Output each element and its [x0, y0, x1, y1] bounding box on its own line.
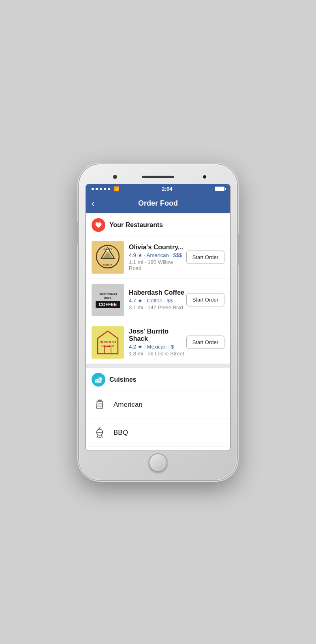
- american-icon: [92, 397, 107, 412]
- svg-text:COUNTRY: COUNTRY: [103, 264, 112, 266]
- phone-bottom: [85, 453, 231, 472]
- back-button[interactable]: ‹: [92, 198, 94, 209]
- american-label: American: [113, 401, 143, 409]
- svg-line-23: [100, 400, 101, 402]
- haberdash-address: 3.1 mi · 142 Peele Blvd.: [129, 304, 186, 310]
- cuisines-title: Cuisines: [109, 376, 137, 383]
- cuisine-icon: [92, 373, 105, 387]
- haberdash-start-order-button[interactable]: Start Order: [186, 293, 224, 306]
- svg-line-29: [101, 435, 102, 437]
- svg-text:BROS: BROS: [104, 297, 111, 299]
- battery-icon: [215, 187, 224, 191]
- burrito-address: 1.8 mi · 56 Leslie Street: [129, 351, 186, 357]
- your-restaurants-header: Your Restaurants: [86, 213, 230, 236]
- restaurant-row: BURRITO SHACK Joss' Burrito Shack 4.2 ★ …: [86, 321, 230, 364]
- svg-line-19: [98, 400, 98, 401]
- screen-content[interactable]: Your Restaurants OLIVIA'S: [86, 213, 230, 451]
- olivia-start-order-button[interactable]: Start Order: [186, 251, 224, 264]
- svg-rect-8: [92, 284, 124, 316]
- your-restaurants-title: Your Restaurants: [109, 221, 163, 229]
- svg-line-28: [97, 435, 98, 437]
- home-button[interactable]: [149, 453, 167, 472]
- cuisine-bakery[interactable]: Bakery: [86, 447, 230, 451]
- haberdash-info: Haberdash Coffee 4.7 ★ · Coffee · $$ 3.1…: [129, 289, 186, 310]
- cuisines-header: Cuisines: [86, 368, 230, 391]
- camera: [113, 175, 117, 179]
- nav-title: Order Food: [138, 199, 178, 208]
- svg-text:OLIVIA'S: OLIVIA'S: [103, 248, 112, 251]
- status-time: 2:04: [162, 186, 172, 192]
- haberdash-logo: HABERDASH BROS COFFEE: [92, 284, 124, 316]
- power-button: [237, 233, 239, 266]
- heart-icon: [92, 218, 105, 232]
- olivia-meta: 4.9 ★ · American · $$$: [129, 252, 186, 258]
- phone-screen: 📶 2:04 ‹ Order Food Your Restaurants: [85, 184, 231, 451]
- haberdash-name: Haberdash Coffee: [129, 289, 186, 296]
- burrito-meta: 4.2 ★ · Mexican · $: [129, 344, 186, 350]
- speaker: [142, 176, 174, 178]
- svg-line-22: [99, 400, 99, 402]
- restaurant-row: HABERDASH BROS COFFEE Haberdash Coffee 4…: [86, 279, 230, 321]
- burrito-info: Joss' Burrito Shack 4.2 ★ · Mexican · $ …: [129, 328, 186, 357]
- phone-shell: 📶 2:04 ‹ Order Food Your Restaurants: [79, 164, 237, 480]
- status-bar: 📶 2:04: [86, 184, 230, 194]
- signal-dots: [92, 188, 110, 190]
- olivia-info: Olivia's Country... 4.9 ★ · American · $…: [129, 244, 186, 271]
- olivia-name: Olivia's Country...: [129, 244, 186, 251]
- svg-text:COOKING: COOKING: [103, 267, 112, 269]
- cuisine-bbq[interactable]: BBQ: [86, 419, 230, 447]
- wifi-icon: 📶: [114, 186, 120, 191]
- restaurant-row: OLIVIA'S COUNTRY COOKING Olivia's Countr…: [86, 236, 230, 279]
- burrito-name: Joss' Burrito Shack: [129, 328, 186, 342]
- olivia-logo: OLIVIA'S COUNTRY COOKING: [92, 241, 124, 274]
- svg-line-21: [101, 400, 101, 401]
- svg-text:HABERDASH: HABERDASH: [99, 293, 117, 295]
- volume-button: [77, 221, 79, 245]
- sensor: [203, 175, 206, 179]
- bbq-icon: [92, 425, 107, 440]
- section-separator: [86, 364, 230, 368]
- olivia-address: 1.1 mi · 180 Willow Road: [129, 259, 186, 271]
- bbq-label: BBQ: [113, 429, 128, 437]
- cuisine-american[interactable]: American: [86, 391, 230, 419]
- burrito-logo: BURRITO SHACK: [92, 326, 124, 359]
- svg-text:BURRITO: BURRITO: [100, 340, 116, 344]
- burrito-start-order-button[interactable]: Start Order: [186, 336, 224, 349]
- haberdash-meta: 4.7 ★ · Coffee · $$: [129, 298, 186, 304]
- phone-top-bar: [85, 172, 231, 182]
- svg-text:SHACK: SHACK: [101, 344, 115, 348]
- svg-text:COFFEE: COFFEE: [99, 302, 117, 307]
- nav-bar: ‹ Order Food: [86, 194, 230, 213]
